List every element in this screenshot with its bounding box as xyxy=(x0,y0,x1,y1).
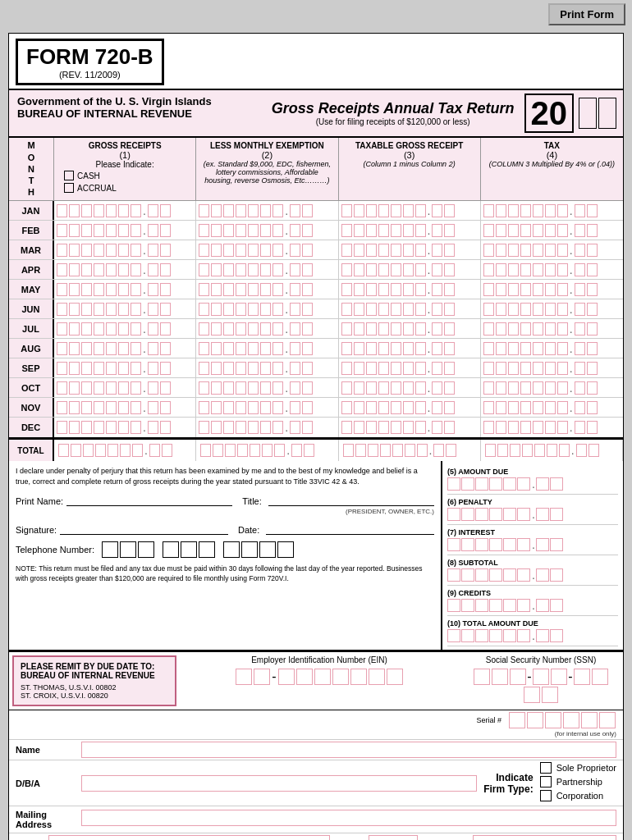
dec-c2-b5[interactable] xyxy=(248,421,259,434)
sub-b3[interactable] xyxy=(475,568,488,582)
jul-c3-b1[interactable] xyxy=(341,322,352,336)
sep-c3-b6[interactable] xyxy=(403,362,414,375)
may-c3-b5[interactable] xyxy=(391,283,401,296)
sep-c2-b2[interactable] xyxy=(211,362,222,375)
may-c3-b9[interactable] xyxy=(444,283,455,296)
apr-c2-b1[interactable] xyxy=(199,263,209,276)
jan-c4-b7[interactable] xyxy=(557,204,568,217)
jun-c1-b8[interactable] xyxy=(148,303,158,316)
mar-c1-b7[interactable] xyxy=(131,244,141,257)
aug-c4-b4[interactable] xyxy=(520,342,531,355)
jul-c4-b9[interactable] xyxy=(587,322,598,336)
ssn-b4[interactable] xyxy=(533,669,549,685)
aug-c1-b3[interactable] xyxy=(81,342,92,355)
oct-c3-b4[interactable] xyxy=(378,381,389,395)
apr-c4-b7[interactable] xyxy=(557,263,568,276)
ssn-b2[interactable] xyxy=(492,669,508,685)
feb-c4-b3[interactable] xyxy=(508,224,519,237)
dec-c2-b8[interactable] xyxy=(290,421,300,434)
ad-b7[interactable] xyxy=(536,477,549,491)
nov-c1-b6[interactable] xyxy=(118,401,129,414)
nov-c3-b4[interactable] xyxy=(378,401,389,414)
sep-c3-b7[interactable] xyxy=(415,362,426,375)
mailing-address-input[interactable] xyxy=(81,810,616,826)
ser-b3[interactable] xyxy=(545,712,561,728)
may-c4-b4[interactable] xyxy=(520,283,531,296)
nov-c1-b8[interactable] xyxy=(148,401,158,414)
mar-c2-b2[interactable] xyxy=(211,244,222,257)
int-b2[interactable] xyxy=(461,538,474,551)
nov-c3-b5[interactable] xyxy=(391,401,401,414)
aug-c4-b9[interactable] xyxy=(587,342,598,355)
aug-c2-b6[interactable] xyxy=(260,342,271,355)
mar-c4-b8[interactable] xyxy=(575,244,585,257)
sub-b8[interactable] xyxy=(550,568,563,582)
jun-c4-b6[interactable] xyxy=(545,303,556,316)
dec-c1-b1[interactable] xyxy=(57,421,67,434)
sep-c4-b5[interactable] xyxy=(533,362,543,375)
aug-c1-b1[interactable] xyxy=(57,342,67,355)
feb-c2-b6[interactable] xyxy=(260,224,271,237)
jul-c3-b5[interactable] xyxy=(391,322,401,336)
feb-c2-b9[interactable] xyxy=(302,224,313,237)
jul-c1-b5[interactable] xyxy=(106,322,117,336)
tel-b9[interactable] xyxy=(259,541,276,558)
jul-c3-b7[interactable] xyxy=(415,322,426,336)
total-c1-b6[interactable] xyxy=(120,444,131,457)
nov-c2-b9[interactable] xyxy=(302,401,313,414)
jul-c1-b9[interactable] xyxy=(160,322,171,336)
apr-c1-b8[interactable] xyxy=(148,263,158,276)
aug-c3-b5[interactable] xyxy=(391,342,401,355)
feb-c1-b6[interactable] xyxy=(118,224,129,237)
sep-c2-b7[interactable] xyxy=(272,362,283,375)
jan-c2-b4[interactable] xyxy=(236,204,246,217)
tel-b4[interactable] xyxy=(163,541,179,558)
feb-c4-b7[interactable] xyxy=(557,224,568,237)
pen-b2[interactable] xyxy=(461,508,474,521)
apr-c2-b2[interactable] xyxy=(211,263,222,276)
jan-c3-b4[interactable] xyxy=(378,204,389,217)
city-input[interactable] xyxy=(48,835,330,840)
mar-c1-b6[interactable] xyxy=(118,244,129,257)
aug-c2-b5[interactable] xyxy=(248,342,259,355)
may-c2-b3[interactable] xyxy=(223,283,234,296)
mar-c4-b4[interactable] xyxy=(520,244,531,257)
apr-c4-b5[interactable] xyxy=(533,263,543,276)
ein-b6[interactable] xyxy=(332,669,349,685)
total-c1-b8[interactable] xyxy=(149,444,160,457)
feb-c3-b3[interactable] xyxy=(366,224,377,237)
sub-b1[interactable] xyxy=(447,568,460,582)
oct-c3-b9[interactable] xyxy=(444,381,455,395)
jan-c4-b5[interactable] xyxy=(533,204,543,217)
ad-b1[interactable] xyxy=(447,477,460,491)
nov-c3-b2[interactable] xyxy=(354,401,364,414)
apr-c2-b8[interactable] xyxy=(290,263,300,276)
total-c4-b2[interactable] xyxy=(497,444,508,457)
jul-c4-b7[interactable] xyxy=(557,322,568,336)
mar-c3-b5[interactable] xyxy=(391,244,401,257)
sep-c2-b8[interactable] xyxy=(290,362,300,375)
jul-c4-b3[interactable] xyxy=(508,322,519,336)
nov-c1-b5[interactable] xyxy=(106,401,117,414)
sep-c1-b2[interactable] xyxy=(69,362,80,375)
oct-c2-b6[interactable] xyxy=(260,381,271,395)
jul-c4-b4[interactable] xyxy=(520,322,531,336)
apr-c2-b5[interactable] xyxy=(248,263,259,276)
aug-c1-b5[interactable] xyxy=(106,342,117,355)
nov-c4-b9[interactable] xyxy=(587,401,598,414)
mar-c2-b3[interactable] xyxy=(223,244,234,257)
jan-c1-b9[interactable] xyxy=(160,204,171,217)
zip-input[interactable] xyxy=(473,835,616,840)
jan-c3-b5[interactable] xyxy=(391,204,401,217)
pen-b6[interactable] xyxy=(517,508,530,521)
jun-c1-b3[interactable] xyxy=(81,303,92,316)
oct-c4-b4[interactable] xyxy=(520,381,531,395)
aug-c3-b4[interactable] xyxy=(378,342,389,355)
aug-c4-b5[interactable] xyxy=(533,342,543,355)
dec-c4-b5[interactable] xyxy=(533,421,543,434)
jan-c1-b3[interactable] xyxy=(81,204,92,217)
may-c3-b7[interactable] xyxy=(415,283,426,296)
jul-c3-b9[interactable] xyxy=(444,322,455,336)
total-c2-b3[interactable] xyxy=(225,444,236,457)
pen-b3[interactable] xyxy=(475,508,488,521)
